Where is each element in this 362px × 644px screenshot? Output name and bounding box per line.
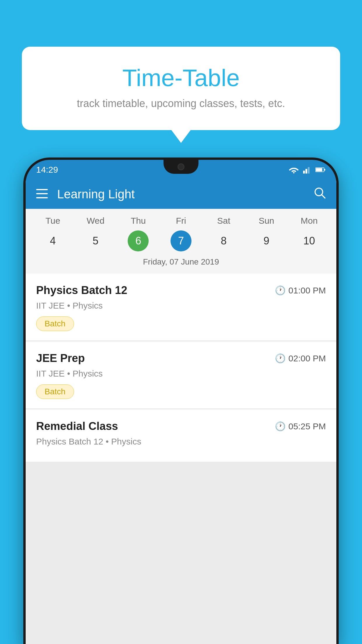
day-header-fri: Fri <box>161 216 200 226</box>
day-header-sun: Sun <box>247 216 286 226</box>
status-time: 14:29 <box>36 165 58 175</box>
svg-rect-2 <box>305 169 307 174</box>
day-7-selected[interactable]: 7 <box>171 230 191 251</box>
phone-inner: 14:29 <box>26 160 336 644</box>
svg-line-11 <box>321 195 325 198</box>
search-icon[interactable] <box>314 187 326 202</box>
day-header-wed: Wed <box>76 216 115 226</box>
class-time-3: 🕐 05:25 PM <box>275 421 326 431</box>
class-subject-3: Physics Batch 12 • Physics <box>36 437 326 447</box>
day-4[interactable]: 4 <box>42 230 63 251</box>
day-9[interactable]: 9 <box>256 230 277 251</box>
clock-icon-3: 🕐 <box>275 421 286 431</box>
class-name-1: Physics Batch 12 <box>36 284 127 297</box>
wifi-icon <box>289 166 299 174</box>
class-item-header-2: JEE Prep 🕐 02:00 PM <box>36 352 326 365</box>
class-item-jee-prep[interactable]: JEE Prep 🕐 02:00 PM IIT JEE • Physics Ba… <box>26 342 336 408</box>
clock-icon-1: 🕐 <box>275 285 286 295</box>
class-item-physics-batch-12[interactable]: Physics Batch 12 🕐 01:00 PM IIT JEE • Ph… <box>26 274 336 340</box>
day-header-sat: Sat <box>204 216 243 226</box>
status-icons <box>289 166 326 174</box>
notch <box>164 160 198 174</box>
hamburger-icon[interactable] <box>36 188 48 200</box>
day-10[interactable]: 10 <box>299 230 320 251</box>
batch-badge-2: Batch <box>36 384 74 399</box>
class-item-remedial[interactable]: Remedial Class 🕐 05:25 PM Physics Batch … <box>26 410 336 462</box>
batch-badge-1: Batch <box>36 316 74 331</box>
signal-icon <box>303 166 311 174</box>
tooltip-title: Time-Table <box>36 64 326 92</box>
clock-icon-2: 🕐 <box>275 353 286 363</box>
day-numbers: 4 5 6 7 8 9 10 <box>31 230 331 251</box>
class-list: Physics Batch 12 🕐 01:00 PM IIT JEE • Ph… <box>26 274 336 644</box>
svg-point-0 <box>293 172 295 174</box>
svg-rect-7 <box>36 189 48 190</box>
svg-rect-9 <box>36 197 48 198</box>
battery-icon <box>315 167 326 173</box>
camera-icon <box>178 163 184 170</box>
app-bar: Learning Light <box>26 180 336 209</box>
day-8[interactable]: 8 <box>213 230 234 251</box>
app-title: Learning Light <box>57 187 304 201</box>
day-6-today[interactable]: 6 <box>128 230 149 251</box>
day-header-tue: Tue <box>34 216 72 226</box>
svg-rect-6 <box>324 169 325 171</box>
class-name-3: Remedial Class <box>36 420 118 433</box>
page-background: Time-Table track timetable, upcoming cla… <box>0 0 362 644</box>
class-time-2: 🕐 02:00 PM <box>275 353 326 363</box>
tooltip-subtitle: track timetable, upcoming classes, tests… <box>36 97 326 110</box>
svg-rect-5 <box>316 168 322 172</box>
phone-frame: 14:29 <box>23 158 339 644</box>
class-subject-2: IIT JEE • Physics <box>36 369 326 379</box>
tooltip-card: Time-Table track timetable, upcoming cla… <box>22 47 340 130</box>
selected-date-label: Friday, 07 June 2019 <box>31 257 331 269</box>
svg-rect-3 <box>308 167 310 174</box>
day-headers: Tue Wed Thu Fri Sat Sun Mon <box>31 216 331 226</box>
class-item-header: Physics Batch 12 🕐 01:00 PM <box>36 284 326 297</box>
svg-rect-8 <box>36 193 48 194</box>
phone-screen: Learning Light Tue Wed Thu Fri <box>26 180 336 644</box>
class-name-2: JEE Prep <box>36 352 85 365</box>
status-bar: 14:29 <box>26 160 336 180</box>
svg-rect-1 <box>303 171 305 174</box>
class-subject-1: IIT JEE • Physics <box>36 301 326 311</box>
day-5[interactable]: 5 <box>85 230 106 251</box>
class-time-1: 🕐 01:00 PM <box>275 285 326 295</box>
day-header-mon: Mon <box>290 216 328 226</box>
calendar-strip: Tue Wed Thu Fri Sat Sun Mon 4 5 6 7 8 <box>26 209 336 274</box>
class-item-header-3: Remedial Class 🕐 05:25 PM <box>36 420 326 433</box>
day-header-thu: Thu <box>119 216 158 226</box>
